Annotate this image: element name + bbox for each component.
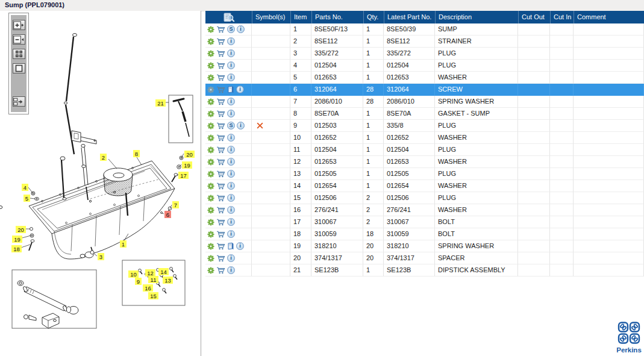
- part-row-20[interactable]: i20374/131720374/1317SPACER: [205, 252, 644, 264]
- part-row-12[interactable]: i120126531012653WASHER: [205, 156, 644, 168]
- callout-5[interactable]: 5: [23, 195, 30, 202]
- gear-icon[interactable]: [207, 219, 214, 226]
- info-icon[interactable]: i: [227, 206, 235, 214]
- cart-icon[interactable]: [216, 219, 225, 226]
- info-icon[interactable]: i: [227, 230, 235, 238]
- cart-icon[interactable]: [216, 146, 225, 154]
- gear-icon[interactable]: [207, 170, 214, 178]
- info-icon[interactable]: i: [227, 98, 235, 105]
- gear-icon[interactable]: [207, 183, 214, 190]
- part-row-10[interactable]: i100126521012652WASHER: [205, 132, 644, 144]
- callout-1[interactable]: 1: [120, 240, 127, 248]
- cart-icon[interactable]: [216, 74, 225, 81]
- cart-icon[interactable]: [216, 183, 225, 190]
- substitute-badge-icon[interactable]: S: [227, 122, 235, 130]
- part-row-13[interactable]: i130125051012505PLUG: [205, 168, 644, 180]
- callout-20[interactable]: 20: [184, 151, 195, 158]
- gear-icon[interactable]: [207, 110, 214, 117]
- part-row-8[interactable]: i88SE70A18SE70AGASKET - SUMP: [205, 108, 644, 120]
- cart-icon[interactable]: [216, 231, 225, 238]
- cart-icon[interactable]: [216, 110, 225, 117]
- callout-13[interactable]: 13: [163, 276, 173, 284]
- info-icon[interactable]: i: [227, 158, 235, 166]
- callout-6-selected[interactable]: 6: [164, 211, 171, 218]
- cart-icon[interactable]: [216, 38, 225, 45]
- part-row-6[interactable]: i631206428312064SCREW: [205, 84, 644, 96]
- part-row-14[interactable]: i140126541012654WASHER: [205, 180, 644, 192]
- callout-4[interactable]: 4: [22, 184, 28, 191]
- callout-19[interactable]: 19: [12, 236, 22, 243]
- gear-icon[interactable]: [207, 74, 214, 81]
- part-row-3[interactable]: i3335/2721335/272PLUG: [205, 48, 644, 60]
- info-icon[interactable]: i: [227, 73, 235, 81]
- callout-8[interactable]: 8: [133, 150, 140, 157]
- info-icon[interactable]: i: [237, 25, 245, 33]
- gear-icon[interactable]: [207, 267, 214, 274]
- info-icon[interactable]: i: [227, 146, 235, 154]
- info-icon[interactable]: i: [227, 194, 235, 202]
- gear-icon[interactable]: [207, 122, 214, 130]
- gear-icon[interactable]: [207, 243, 214, 250]
- part-row-16[interactable]: i16276/2412276/241WASHER: [205, 204, 644, 216]
- info-icon[interactable]: i: [227, 134, 235, 142]
- callout-11[interactable]: 11: [148, 276, 158, 283]
- toggle-parts-panel-button[interactable]: [13, 96, 25, 107]
- cart-icon[interactable]: [216, 158, 225, 166]
- info-icon[interactable]: i: [227, 61, 235, 69]
- gear-icon[interactable]: [207, 38, 214, 45]
- part-row-7[interactable]: i72086/010282086/010SPRING WASHER: [205, 96, 644, 108]
- callout-10[interactable]: 10: [128, 270, 139, 278]
- info-icon[interactable]: i: [237, 122, 245, 130]
- callout-17[interactable]: 17: [178, 172, 189, 179]
- gear-icon[interactable]: [207, 146, 214, 154]
- cart-icon[interactable]: [216, 267, 225, 274]
- cart-icon[interactable]: [216, 134, 225, 142]
- gear-icon[interactable]: [207, 62, 214, 69]
- part-row-1[interactable]: Si18SE50F/1318SE50/39SUMP: [205, 23, 644, 36]
- substitute-badge-icon[interactable]: S: [227, 25, 235, 33]
- info-icon[interactable]: i: [227, 37, 235, 45]
- info-icon[interactable]: i: [236, 242, 244, 250]
- zoom-out-button[interactable]: [13, 34, 25, 45]
- info-icon[interactable]: i: [227, 49, 235, 57]
- info-icon[interactable]: i: [227, 182, 235, 190]
- cart-icon[interactable]: [216, 86, 225, 93]
- cart-icon[interactable]: [216, 255, 225, 262]
- gear-icon[interactable]: [207, 26, 214, 33]
- callout-3[interactable]: 3: [98, 253, 104, 260]
- info-icon[interactable]: i: [236, 86, 244, 93]
- info-icon[interactable]: i: [227, 170, 235, 178]
- gear-icon[interactable]: [207, 255, 214, 262]
- cart-icon[interactable]: [216, 26, 225, 33]
- fit-view-button[interactable]: [13, 63, 25, 73]
- part-row-11[interactable]: i110125041012504PLUG: [205, 144, 644, 156]
- callout-20[interactable]: 20: [16, 226, 26, 233]
- callout-2[interactable]: 2: [100, 154, 107, 161]
- callout-15[interactable]: 15: [148, 292, 158, 299]
- cart-icon[interactable]: [216, 98, 225, 105]
- part-row-21[interactable]: i21SE123B1SE123BDIPSTICK ASSEMBLY: [205, 264, 644, 276]
- cart-icon[interactable]: [216, 243, 225, 250]
- info-icon[interactable]: i: [227, 110, 235, 117]
- callout-9[interactable]: 9: [135, 278, 142, 285]
- cart-icon[interactable]: [216, 122, 225, 130]
- callout-7[interactable]: 7: [172, 201, 179, 208]
- part-row-19[interactable]: i1931821020318210SPRING WASHER: [205, 240, 644, 252]
- gear-icon[interactable]: [207, 50, 214, 57]
- gear-icon[interactable]: [207, 231, 214, 238]
- gear-icon[interactable]: [207, 98, 214, 105]
- cart-icon[interactable]: [216, 195, 225, 202]
- part-row-4[interactable]: i40125041012504PLUG: [205, 60, 644, 72]
- gear-icon[interactable]: [207, 207, 214, 214]
- part-row-18[interactable]: i1831005918310059BOLT: [205, 228, 644, 240]
- gear-icon[interactable]: [207, 86, 214, 93]
- callout-14[interactable]: 14: [158, 268, 169, 275]
- info-icon[interactable]: i: [227, 218, 235, 226]
- zoom-in-button[interactable]: [13, 20, 25, 30]
- callout-12[interactable]: 12: [145, 269, 155, 276]
- cart-icon[interactable]: [216, 207, 225, 214]
- gear-icon[interactable]: [207, 134, 214, 142]
- part-row-5[interactable]: i50126531012653WASHER: [205, 72, 644, 84]
- callout-18[interactable]: 18: [11, 245, 22, 252]
- part-row-9[interactable]: Si90125031335/8PLUG: [205, 120, 644, 132]
